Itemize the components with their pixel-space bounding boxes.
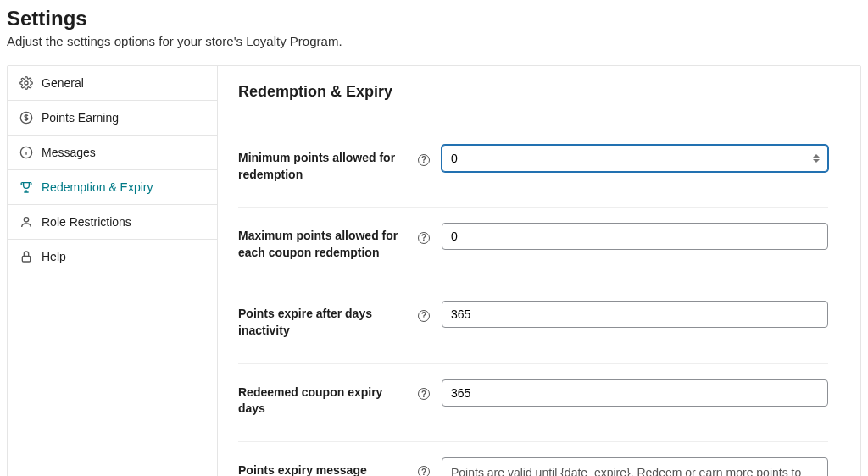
svg-rect-6 [22, 256, 30, 262]
chevron-up-icon[interactable] [813, 154, 820, 158]
sidebar-item-messages[interactable]: Messages [8, 136, 217, 170]
settings-content: Redemption & Expiry Minimum points allow… [218, 66, 860, 476]
field-row-min-points: Minimum points allowed for redemption ? [238, 130, 828, 208]
person-icon [19, 215, 33, 229]
sidebar-item-label: Messages [42, 146, 96, 159]
svg-point-5 [24, 218, 28, 222]
sidebar-item-redemption-expiry[interactable]: Redemption & Expiry [8, 170, 217, 205]
sidebar-item-help[interactable]: Help [8, 240, 217, 274]
min-points-input[interactable] [442, 145, 828, 172]
field-label: Points expiry message [238, 457, 418, 476]
coupon-expiry-input[interactable] [442, 379, 828, 407]
info-icon [19, 146, 33, 159]
number-spinner[interactable] [813, 154, 825, 163]
lock-icon [19, 250, 33, 263]
gear-icon [19, 76, 33, 90]
trophy-icon [19, 180, 33, 194]
page-title: Settings [7, 7, 861, 30]
sidebar-item-label: General [42, 76, 84, 90]
svg-point-0 [25, 81, 28, 85]
chevron-down-icon[interactable] [813, 159, 820, 163]
dollar-icon [19, 111, 33, 125]
sidebar-item-label: Points Earning [42, 111, 119, 125]
page-subtitle: Adjust the settings options for your sto… [7, 34, 861, 48]
field-label: Points expire after days inactivity [238, 301, 418, 339]
field-label: Minimum points allowed for redemption [238, 145, 418, 183]
sidebar-item-general[interactable]: General [8, 66, 217, 101]
sidebar-item-points-earning[interactable]: Points Earning [8, 101, 217, 136]
field-row-coupon-expiry: Redeemed coupon expiry days ? [238, 364, 828, 442]
expiry-message-input[interactable] [442, 457, 828, 476]
help-icon[interactable]: ? [418, 388, 430, 400]
section-title: Redemption & Expiry [238, 83, 828, 101]
sidebar-item-label: Role Restrictions [42, 215, 131, 229]
help-icon[interactable]: ? [418, 310, 430, 322]
field-label: Redeemed coupon expiry days [238, 379, 418, 418]
field-row-max-points: Maximum points allowed for each coupon r… [238, 208, 828, 285]
field-label: Maximum points allowed for each coupon r… [238, 223, 418, 261]
sidebar-item-role-restrictions[interactable]: Role Restrictions [8, 205, 217, 240]
sidebar-item-label: Redemption & Expiry [42, 180, 153, 194]
expire-days-input[interactable] [442, 301, 828, 328]
field-row-expire-days: Points expire after days inactivity ? [238, 285, 828, 363]
sidebar: General Points Earning Messages Redempti… [8, 66, 218, 476]
help-icon[interactable]: ? [418, 154, 430, 166]
help-icon[interactable]: ? [418, 466, 430, 476]
sidebar-item-label: Help [42, 250, 66, 263]
field-row-expiry-msg: Points expiry message ? [238, 442, 828, 476]
max-points-input[interactable] [442, 223, 828, 250]
help-icon[interactable]: ? [418, 232, 430, 244]
settings-panel: General Points Earning Messages Redempti… [7, 65, 861, 476]
